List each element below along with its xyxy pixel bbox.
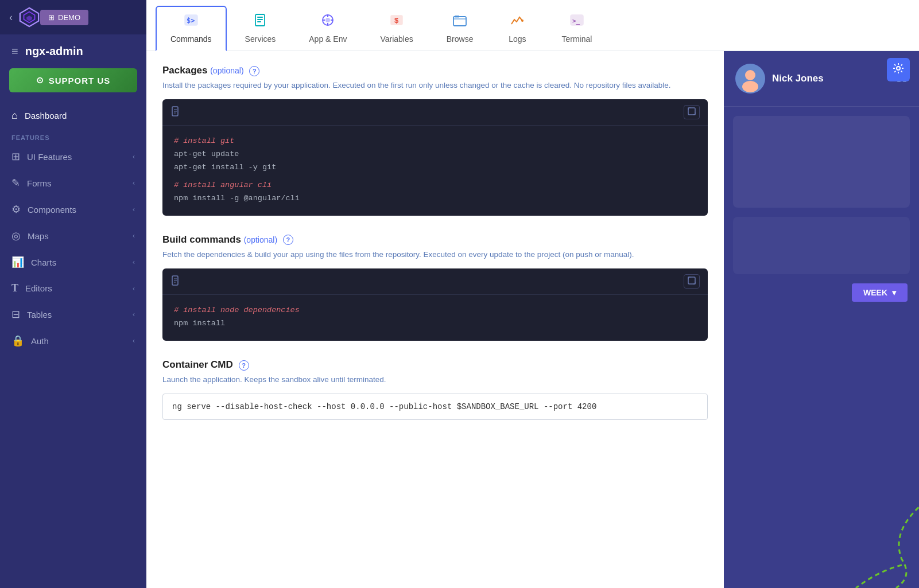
code-line: # install git — [174, 135, 696, 148]
packages-expand-button[interactable] — [684, 105, 700, 119]
settings-button[interactable] — [887, 58, 910, 81]
sidebar-item-label: Auth — [31, 336, 49, 346]
svg-point-34 — [745, 70, 755, 80]
build-section: Build commands (optional) ? Fetch the de… — [162, 234, 708, 341]
packages-title: Packages (optional) ? — [162, 65, 708, 76]
chevron-icon: ‹ — [133, 153, 135, 161]
sidebar-item-charts[interactable]: 📊 Charts ‹ — [0, 249, 146, 275]
appenv-tab-icon — [320, 13, 335, 31]
tab-variables[interactable]: $ Variables — [365, 6, 428, 50]
commands-tab-icon: $> — [184, 13, 199, 31]
user-avatar — [735, 64, 765, 94]
chevron-icon: ‹ — [133, 285, 135, 293]
sidebar-nav: ⌂ Dashboard FEATURES ⊞ UI Features ‹ ✎ F… — [0, 103, 146, 588]
svg-text:$: $ — [394, 16, 399, 25]
sidebar-item-dashboard[interactable]: ⌂ Dashboard — [0, 103, 146, 128]
svg-rect-26 — [688, 108, 695, 115]
sidebar-item-maps[interactable]: ◎ Maps ‹ — [0, 223, 146, 249]
week-selector-button[interactable]: WEEK ▾ — [852, 283, 908, 302]
container-cmd-input[interactable] — [162, 394, 708, 420]
features-section-label: FEATURES — [0, 128, 146, 143]
week-selector-row: WEEK ▾ — [724, 283, 919, 307]
sidebar-item-tables[interactable]: ⊟ Tables ‹ — [0, 301, 146, 328]
main-content: $> Commands Services — [146, 0, 919, 588]
support-button[interactable]: ⊙ SUPPORT US — [9, 68, 137, 92]
sidebar-item-label: Editors — [25, 283, 52, 293]
tab-appenv-label: App & Env — [309, 34, 347, 44]
logs-tab-icon — [510, 13, 525, 31]
tab-commands[interactable]: $> Commands — [156, 6, 227, 51]
hamburger-button[interactable]: ≡ — [11, 45, 18, 58]
svg-point-35 — [742, 81, 758, 92]
tab-appenv[interactable]: App & Env — [294, 6, 362, 50]
packages-help-icon[interactable]: ? — [249, 66, 259, 76]
auth-icon: 🔒 — [11, 334, 24, 347]
app-logo — [18, 6, 40, 28]
svg-text:$>: $> — [187, 17, 195, 25]
sidebar-item-label: Tables — [27, 310, 52, 320]
chevron-icon: ‹ — [133, 310, 135, 318]
code-line: # install angular cli — [174, 179, 696, 192]
build-code-body: # install node dependencies npm install — [162, 295, 708, 341]
tab-browse[interactable]: Browse — [432, 6, 488, 50]
github-icon: ⊙ — [36, 75, 44, 85]
chart-placeholder-2 — [733, 217, 910, 274]
container-cmd-title: Container CMD ? — [162, 359, 708, 371]
chevron-icon: ‹ — [133, 179, 135, 187]
code-line: npm install — [174, 317, 696, 330]
maps-icon: ◎ — [11, 229, 21, 242]
svg-point-32 — [897, 67, 900, 70]
svg-rect-7 — [257, 19, 263, 20]
build-title: Build commands (optional) ? — [162, 234, 708, 246]
packages-code-body: # install git apt-get update apt-get ins… — [162, 126, 708, 216]
build-editor-toolbar — [162, 268, 708, 295]
container-help-icon[interactable]: ? — [239, 360, 249, 371]
forms-icon: ✎ — [11, 177, 20, 189]
sidebar-item-ui-features[interactable]: ⊞ UI Features ‹ — [0, 143, 146, 170]
support-label: SUPPORT US — [49, 76, 111, 85]
build-expand-button[interactable] — [684, 274, 700, 289]
tab-services-label: Services — [245, 34, 276, 44]
tables-icon: ⊟ — [11, 308, 20, 321]
code-line: apt-get install -y git — [174, 161, 696, 174]
file-icon — [170, 275, 181, 288]
content-area: Packages (optional) ? Install the packag… — [146, 51, 919, 588]
sidebar-item-label: Charts — [31, 258, 56, 267]
sidebar: ‹ ⊞ DEMO ≡ ngx-admin ⊙ SUPPORT US ⌂ Dash… — [0, 0, 146, 588]
build-help-icon[interactable]: ? — [283, 235, 293, 245]
build-optional: (optional) — [244, 235, 277, 244]
back-button[interactable]: ‹ — [9, 11, 13, 24]
tab-terminal[interactable]: >_ Terminal — [546, 6, 607, 50]
svg-rect-31 — [688, 277, 695, 284]
week-chevron-icon: ▾ — [892, 288, 896, 297]
demo-icon: ⊞ — [48, 13, 55, 22]
build-description: Fetch the dependencies & build your app … — [162, 249, 708, 260]
chevron-icon: ‹ — [133, 205, 135, 213]
code-line: apt-get update — [174, 148, 696, 161]
sidebar-item-auth[interactable]: 🔒 Auth ‹ — [0, 328, 146, 354]
tab-logs[interactable]: Logs — [491, 6, 543, 50]
variables-tab-icon: $ — [389, 13, 404, 31]
tab-logs-label: Logs — [509, 34, 526, 44]
content-main: Packages (optional) ? Install the packag… — [146, 51, 724, 588]
code-line: npm install -g @angular/cli — [174, 192, 696, 205]
packages-editor-toolbar — [162, 99, 708, 126]
sidebar-item-forms[interactable]: ✎ Forms ‹ — [0, 170, 146, 196]
svg-rect-17 — [453, 17, 466, 26]
chart-placeholder-1 — [733, 116, 910, 208]
packages-section: Packages (optional) ? Install the packag… — [162, 65, 708, 216]
svg-point-10 — [325, 18, 330, 22]
tab-services[interactable]: Services — [230, 6, 291, 50]
sidebar-item-editors[interactable]: T Editors ‹ — [0, 275, 146, 301]
packages-code-editor: # install git apt-get update apt-get ins… — [162, 99, 708, 216]
chevron-icon: ‹ — [133, 337, 135, 345]
sidebar-item-label: Dashboard — [25, 111, 67, 120]
sidebar-item-label: Components — [28, 205, 76, 215]
dashboard-icon: ⌂ — [11, 110, 18, 122]
chevron-icon: ‹ — [133, 258, 135, 266]
sidebar-item-components[interactable]: ⚙ Components ‹ — [0, 196, 146, 223]
components-icon: ⚙ — [11, 203, 21, 216]
demo-button[interactable]: ⊞ DEMO — [40, 10, 88, 25]
packages-optional: (optional) — [210, 66, 243, 75]
build-code-editor: # install node dependencies npm install — [162, 268, 708, 341]
